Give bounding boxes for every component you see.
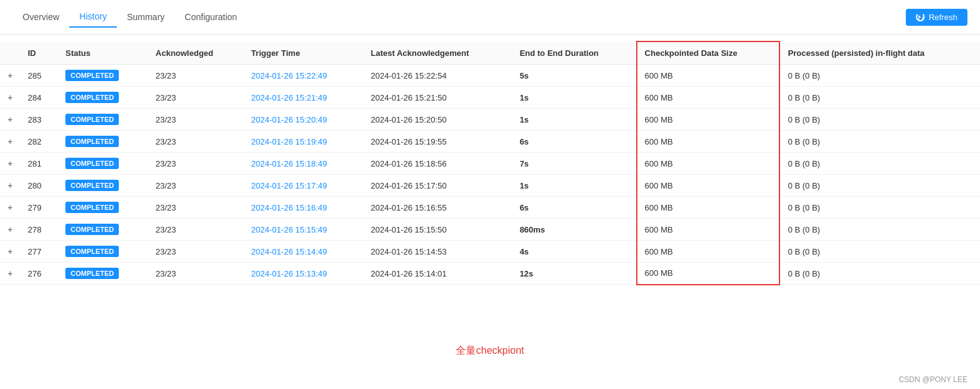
id-cell: 281 <box>20 153 58 175</box>
status-badge: COMPLETED <box>65 158 119 169</box>
trigger-time-link[interactable]: 2024-01-26 15:16:49 <box>251 203 328 212</box>
status-cell: COMPLETED <box>58 197 148 219</box>
acknowledged-cell: 23/23 <box>148 175 244 197</box>
table-row: + 282 COMPLETED 23/23 2024-01-26 15:19:4… <box>0 131 980 153</box>
refresh-button[interactable]: ↻ Refresh <box>906 9 967 26</box>
inflight-cell: 0 B (0 B) <box>779 65 980 87</box>
latest-ack-cell: 2024-01-26 15:20:50 <box>363 109 512 131</box>
expand-icon[interactable]: + <box>8 202 13 212</box>
status-cell: COMPLETED <box>58 219 148 241</box>
duration-cell: 1s <box>512 109 637 131</box>
acknowledged-cell: 23/23 <box>148 263 244 285</box>
status-cell: COMPLETED <box>58 87 148 109</box>
inflight-cell: 0 B (0 B) <box>779 197 980 219</box>
trigger-time-cell[interactable]: 2024-01-26 15:15:49 <box>244 219 363 241</box>
table-row: + 281 COMPLETED 23/23 2024-01-26 15:18:4… <box>0 153 980 175</box>
trigger-time-link[interactable]: 2024-01-26 15:14:49 <box>251 247 328 256</box>
trigger-time-link[interactable]: 2024-01-26 15:17:49 <box>251 181 328 190</box>
latest-ack-cell: 2024-01-26 15:14:53 <box>363 241 512 263</box>
expand-cell[interactable]: + <box>0 241 20 263</box>
tab-configuration[interactable]: Configuration <box>175 7 247 27</box>
duration-cell: 4s <box>512 241 637 263</box>
acknowledged-cell: 23/23 <box>148 65 244 87</box>
expand-icon[interactable]: + <box>8 136 13 146</box>
expand-cell[interactable]: + <box>0 131 20 153</box>
id-cell: 285 <box>20 65 58 87</box>
inflight-cell: 0 B (0 B) <box>779 219 980 241</box>
duration-cell: 860ms <box>512 219 637 241</box>
duration-cell: 1s <box>512 87 637 109</box>
trigger-time-cell[interactable]: 2024-01-26 15:22:49 <box>244 65 363 87</box>
expand-cell[interactable]: + <box>0 87 20 109</box>
duration-cell: 1s <box>512 175 637 197</box>
trigger-time-cell[interactable]: 2024-01-26 15:19:49 <box>244 131 363 153</box>
checkpoint-size-cell: 600 MB <box>637 241 780 263</box>
col-checkpoint-size: Checkpointed Data Size <box>637 41 780 65</box>
tab-summary[interactable]: Summary <box>117 7 175 27</box>
table-row: + 278 COMPLETED 23/23 2024-01-26 15:15:4… <box>0 219 980 241</box>
table-row: + 283 COMPLETED 23/23 2024-01-26 15:20:4… <box>0 109 980 131</box>
duration-cell: 12s <box>512 263 637 285</box>
expand-cell[interactable]: + <box>0 153 20 175</box>
duration-cell: 7s <box>512 153 637 175</box>
expand-icon[interactable]: + <box>8 114 13 124</box>
expand-icon[interactable]: + <box>8 224 13 234</box>
expand-cell[interactable]: + <box>0 219 20 241</box>
trigger-time-link[interactable]: 2024-01-26 15:15:49 <box>251 225 328 234</box>
id-cell: 276 <box>20 263 58 285</box>
table-header-row: ID Status Acknowledged Trigger Time Late… <box>0 41 980 65</box>
duration-cell: 6s <box>512 197 637 219</box>
trigger-time-cell[interactable]: 2024-01-26 15:21:49 <box>244 87 363 109</box>
id-cell: 284 <box>20 87 58 109</box>
trigger-time-cell[interactable]: 2024-01-26 15:17:49 <box>244 175 363 197</box>
trigger-time-link[interactable]: 2024-01-26 15:21:49 <box>251 93 328 102</box>
expand-icon[interactable]: + <box>8 158 13 168</box>
trigger-time-link[interactable]: 2024-01-26 15:18:49 <box>251 159 328 168</box>
trigger-time-link[interactable]: 2024-01-26 15:13:49 <box>251 269 328 278</box>
refresh-icon: ↻ <box>916 13 925 21</box>
tab-overview[interactable]: Overview <box>13 7 69 27</box>
col-duration: End to End Duration <box>512 41 637 65</box>
inflight-cell: 0 B (0 B) <box>779 131 980 153</box>
expand-cell[interactable]: + <box>0 197 20 219</box>
expand-icon[interactable]: + <box>8 268 13 278</box>
trigger-time-link[interactable]: 2024-01-26 15:20:49 <box>251 115 328 124</box>
latest-ack-cell: 2024-01-26 15:19:55 <box>363 131 512 153</box>
status-badge: COMPLETED <box>65 136 119 147</box>
latest-ack-cell: 2024-01-26 15:18:56 <box>363 153 512 175</box>
expand-cell[interactable]: + <box>0 65 20 87</box>
status-cell: COMPLETED <box>58 65 148 87</box>
inflight-cell: 0 B (0 B) <box>779 153 980 175</box>
id-cell: 283 <box>20 109 58 131</box>
acknowledged-cell: 23/23 <box>148 131 244 153</box>
trigger-time-cell[interactable]: 2024-01-26 15:16:49 <box>244 197 363 219</box>
trigger-time-link[interactable]: 2024-01-26 15:19:49 <box>251 137 328 146</box>
expand-icon[interactable]: + <box>8 70 13 80</box>
expand-cell[interactable]: + <box>0 263 20 285</box>
expand-icon[interactable]: + <box>8 92 13 102</box>
expand-cell[interactable]: + <box>0 109 20 131</box>
trigger-time-cell[interactable]: 2024-01-26 15:14:49 <box>244 241 363 263</box>
col-acknowledged: Acknowledged <box>148 41 244 65</box>
checkpoint-size-cell: 600 MB <box>637 87 780 109</box>
inflight-cell: 0 B (0 B) <box>779 87 980 109</box>
col-id: ID <box>20 41 58 65</box>
trigger-time-cell[interactable]: 2024-01-26 15:18:49 <box>244 153 363 175</box>
status-badge: COMPLETED <box>65 268 119 279</box>
status-badge: COMPLETED <box>65 202 119 213</box>
checkpoint-size-cell: 600 MB <box>637 65 780 87</box>
watermark: CSDN @PONY LEE <box>0 370 980 389</box>
acknowledged-cell: 23/23 <box>148 241 244 263</box>
col-inflight: Processed (persisted) in-flight data <box>779 41 980 65</box>
history-table: ID Status Acknowledged Trigger Time Late… <box>0 41 980 285</box>
top-nav: Overview History Summary Configuration ↻… <box>0 0 980 35</box>
expand-icon[interactable]: + <box>8 246 13 256</box>
expand-icon[interactable]: + <box>8 180 13 190</box>
expand-cell[interactable]: + <box>0 175 20 197</box>
trigger-time-link[interactable]: 2024-01-26 15:22:49 <box>251 71 328 80</box>
latest-ack-cell: 2024-01-26 15:21:50 <box>363 87 512 109</box>
trigger-time-cell[interactable]: 2024-01-26 15:13:49 <box>244 263 363 285</box>
tab-history[interactable]: History <box>69 6 117 28</box>
checkpoint-size-cell: 600 MB <box>637 153 780 175</box>
trigger-time-cell[interactable]: 2024-01-26 15:20:49 <box>244 109 363 131</box>
